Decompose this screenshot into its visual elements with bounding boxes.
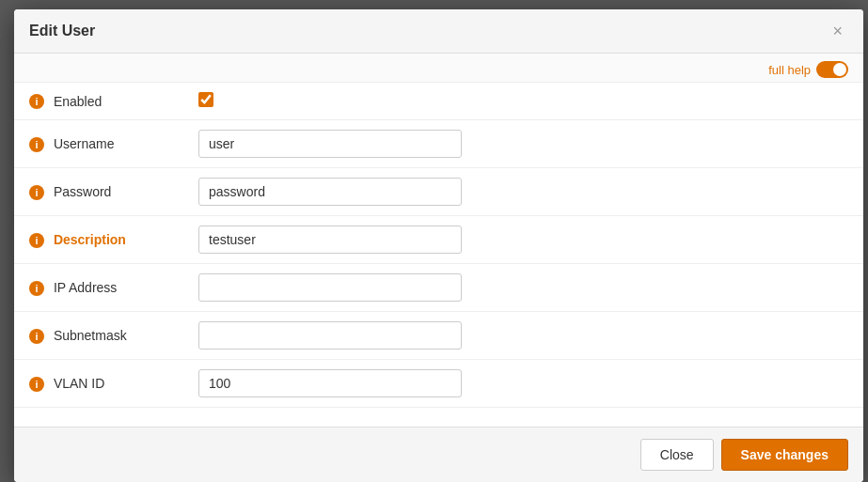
input-cell-vlan-id <box>183 360 863 408</box>
close-button[interactable]: Close <box>640 439 714 471</box>
info-icon-vlan-id: i <box>29 377 44 392</box>
label-vlan-id: i VLAN ID <box>14 360 183 408</box>
label-ip-address: i IP Address <box>14 264 183 312</box>
label-text-description: Description <box>54 233 126 248</box>
info-icon-description: i <box>29 233 44 248</box>
enabled-checkbox[interactable] <box>198 92 213 107</box>
input-cell-description <box>183 216 863 264</box>
label-enabled: i Enabled <box>14 83 183 120</box>
info-icon-username: i <box>29 137 44 152</box>
vlan-id-input[interactable] <box>198 369 462 397</box>
input-cell-enabled <box>183 83 863 120</box>
password-input[interactable] <box>198 178 462 206</box>
full-help-row: full help <box>14 54 863 83</box>
ip-address-input[interactable] <box>198 273 462 302</box>
form-row-vlan-id: i VLAN ID <box>14 360 863 408</box>
form-row-subnetmask: i Subnetmask <box>14 312 863 360</box>
description-input[interactable] <box>198 225 462 254</box>
username-input[interactable] <box>198 130 462 158</box>
modal-close-button[interactable]: × <box>827 21 848 41</box>
form-row-password: i Password <box>14 168 863 216</box>
form-row-enabled: i Enabled <box>14 83 863 120</box>
form-row-username: i Username <box>14 120 863 168</box>
modal-footer: Close Save changes <box>14 427 863 482</box>
label-text-ip-address: IP Address <box>54 281 117 296</box>
edit-user-modal: Edit User × full help i Enabled <box>14 9 863 482</box>
input-cell-password <box>183 168 863 216</box>
label-username: i Username <box>14 120 183 168</box>
label-text-subnetmask: Subnetmask <box>54 329 127 344</box>
label-password: i Password <box>14 168 183 216</box>
input-cell-ip-address <box>183 264 863 312</box>
modal-header: Edit User × <box>14 9 863 54</box>
modal-title: Edit User <box>29 23 95 39</box>
save-changes-button[interactable]: Save changes <box>721 439 848 471</box>
info-icon-enabled: i <box>29 94 44 109</box>
form-row-ip-address: i IP Address <box>14 264 863 312</box>
input-cell-username <box>183 120 863 168</box>
info-icon-ip-address: i <box>29 281 44 296</box>
label-text-vlan-id: VLAN ID <box>54 377 104 392</box>
label-text-password: Password <box>54 185 111 200</box>
form-table: i Enabled i Username <box>14 83 863 408</box>
modal-body: full help i Enabled i <box>14 54 863 427</box>
label-subnetmask: i Subnetmask <box>14 312 183 360</box>
info-icon-subnetmask: i <box>29 329 44 344</box>
full-help-label: full help <box>768 63 811 77</box>
info-icon-password: i <box>29 185 44 200</box>
label-description: i Description <box>14 216 183 264</box>
label-text-enabled: Enabled <box>54 94 102 109</box>
input-cell-subnetmask <box>183 312 863 360</box>
label-text-username: Username <box>54 137 115 152</box>
full-help-toggle[interactable] <box>816 61 848 78</box>
subnetmask-input[interactable] <box>198 321 462 350</box>
form-row-description: i Description <box>14 216 863 264</box>
